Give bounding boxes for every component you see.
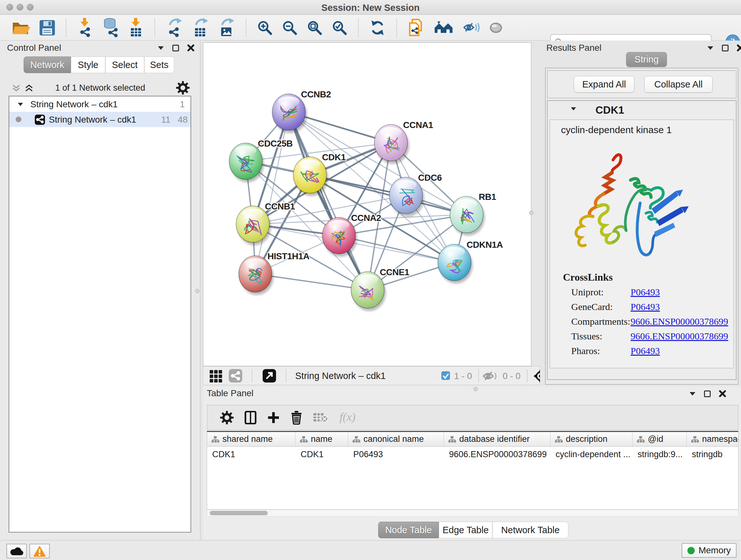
fx-icon[interactable]: f(x)	[339, 411, 364, 425]
tab-network-table[interactable]: Network Table	[492, 522, 568, 538]
crosslink-link[interactable]: 9606.ENSP00000378699	[630, 331, 728, 341]
network-node-CCNE1[interactable]	[351, 272, 386, 311]
protein-section-header[interactable]: CDK1	[548, 101, 736, 119]
control-panel-float-icon[interactable]	[172, 45, 179, 51]
table-panel-close-icon[interactable]	[719, 390, 726, 397]
network-collection-row[interactable]: String Network – cdk1 1	[9, 97, 191, 112]
network-edge[interactable]	[255, 112, 289, 274]
zoom-selected-icon[interactable]	[332, 20, 347, 36]
eye-disabled-icon[interactable]	[489, 22, 503, 33]
warning-button[interactable]	[29, 544, 50, 558]
tab-edge-table[interactable]: Edge Table	[439, 522, 492, 538]
crosslink-label: GeneCard:	[571, 301, 630, 312]
selected-checkbox-icon[interactable]	[441, 371, 450, 380]
crosslink-link[interactable]: P06493	[630, 287, 660, 298]
node-label-CDC6: CDC6	[418, 173, 442, 183]
expand-all-button[interactable]: Expand All	[574, 76, 634, 92]
node-label-CDK1: CDK1	[322, 152, 346, 162]
toolbar-separator	[358, 18, 359, 37]
collapse-all-button[interactable]: Collapse All	[644, 76, 713, 92]
column-header-shared-name[interactable]: shared name	[207, 432, 295, 446]
tab-network[interactable]: Network	[23, 57, 71, 73]
main-toolbar: ?	[0, 15, 741, 41]
network-node-RB1[interactable]	[450, 196, 485, 236]
left-splitter-handle[interactable]	[195, 289, 199, 293]
tab-select[interactable]: Select	[105, 57, 144, 73]
column-header-namespace[interactable]: namespace	[687, 432, 738, 446]
plus-icon[interactable]	[267, 412, 280, 424]
tab-sets[interactable]: Sets	[144, 57, 174, 73]
tab-node-table[interactable]: Node Table	[378, 522, 439, 538]
results-panel-collapse-icon[interactable]	[707, 46, 714, 50]
node-table: shared namenamecanonical namedatabase id…	[207, 431, 738, 509]
table-panel-collapse-icon[interactable]	[689, 391, 696, 396]
import-table-file-icon[interactable]	[128, 18, 144, 38]
protein-collapse-icon[interactable]	[570, 107, 576, 111]
gear-icon[interactable]	[220, 411, 233, 424]
tab-style[interactable]: Style	[71, 57, 105, 73]
network-node-CCNA2[interactable]	[322, 217, 357, 257]
network-edge[interactable]	[289, 112, 367, 290]
table-horizontal-scrollbar[interactable]	[207, 509, 738, 516]
node-label-CCNB1: CCNB1	[265, 201, 295, 211]
share-view-icon[interactable]	[229, 369, 242, 382]
network-view-canvas[interactable]: CCNB2CCNA1CDC25BCDK1CDC6RB1CCNB1CCNA2CDK…	[203, 43, 531, 366]
network-selection-status: 1 of 1 Network selected	[0, 83, 200, 93]
results-panel-float-icon[interactable]	[722, 45, 729, 51]
network-node-CDC6[interactable]	[389, 177, 424, 216]
export-image-icon[interactable]	[218, 18, 235, 38]
save-session-icon[interactable]	[40, 20, 55, 36]
network-options-gear-icon[interactable]	[176, 81, 190, 95]
table-row[interactable]: CDK1CDK1P064939606.ENSP00000378699cyclin…	[207, 447, 738, 462]
toolbar-separator	[396, 18, 397, 37]
column-header-id[interactable]: @id	[632, 432, 687, 446]
crosslink-link[interactable]: P06493	[630, 346, 660, 356]
tree-expand-icon[interactable]	[17, 102, 23, 106]
right-splitter-handle[interactable]	[529, 211, 533, 215]
memory-button[interactable]: Memory	[682, 543, 737, 558]
home-view-icon[interactable]	[434, 21, 454, 35]
export-table-icon[interactable]	[192, 18, 209, 38]
hide-graphics-icon[interactable]	[463, 22, 480, 34]
scrollbar-thumb[interactable]	[210, 511, 268, 515]
column-header-canonical-name[interactable]: canonical name	[348, 432, 444, 446]
network-node-HIST1H1A[interactable]	[239, 256, 273, 295]
table-delete-icon[interactable]	[313, 412, 328, 423]
table-panel-float-icon[interactable]	[704, 390, 711, 397]
import-network-file-icon[interactable]	[77, 18, 92, 38]
import-network-database-icon[interactable]	[102, 18, 119, 38]
node-label-CCNB2: CCNB2	[301, 89, 331, 99]
column-header-database-identifier[interactable]: database identifier	[444, 432, 550, 446]
attribute-tree-icon	[555, 436, 562, 442]
hidden-eye-icon[interactable]	[483, 371, 499, 381]
zoom-fit-icon[interactable]	[307, 20, 322, 36]
birdseye-icon[interactable]	[263, 369, 276, 382]
grid-view-icon[interactable]	[210, 370, 222, 383]
network-node-CDC25B[interactable]	[229, 143, 264, 182]
horizontal-splitter-handle[interactable]	[474, 387, 478, 391]
crosslink-link[interactable]: 9606.ENSP00000378699	[630, 316, 728, 327]
crosslink-link[interactable]: P06493	[630, 301, 660, 312]
zoom-in-icon[interactable]	[257, 20, 273, 36]
control-panel-close-icon[interactable]	[187, 44, 194, 51]
attribute-tree-icon	[300, 436, 308, 442]
network-node-CCNA1[interactable]	[374, 125, 409, 164]
network-row[interactable]: String Network – cdk1 11 48	[9, 112, 191, 127]
cloud-button[interactable]	[6, 544, 27, 558]
network-node-CDKN1A[interactable]	[438, 244, 473, 284]
open-session-icon[interactable]	[11, 20, 30, 36]
zoom-out-icon[interactable]	[282, 20, 297, 36]
export-network-icon[interactable]	[166, 18, 183, 38]
network-node-CCNB2[interactable]	[272, 94, 307, 133]
tab-string[interactable]: String	[626, 52, 667, 67]
refresh-layout-icon[interactable]	[369, 20, 386, 36]
column-header-name[interactable]: name	[295, 432, 348, 446]
network-node-CDK1[interactable]	[293, 157, 328, 196]
results-panel-close-icon[interactable]	[737, 44, 741, 51]
control-panel-collapse-icon[interactable]	[158, 46, 164, 50]
column-header-description[interactable]: description	[550, 432, 632, 446]
columns-icon[interactable]	[245, 411, 257, 424]
trash-icon[interactable]	[290, 411, 302, 425]
duplicate-view-icon[interactable]	[408, 18, 424, 37]
node-label-CDC25B: CDC25B	[258, 138, 293, 148]
